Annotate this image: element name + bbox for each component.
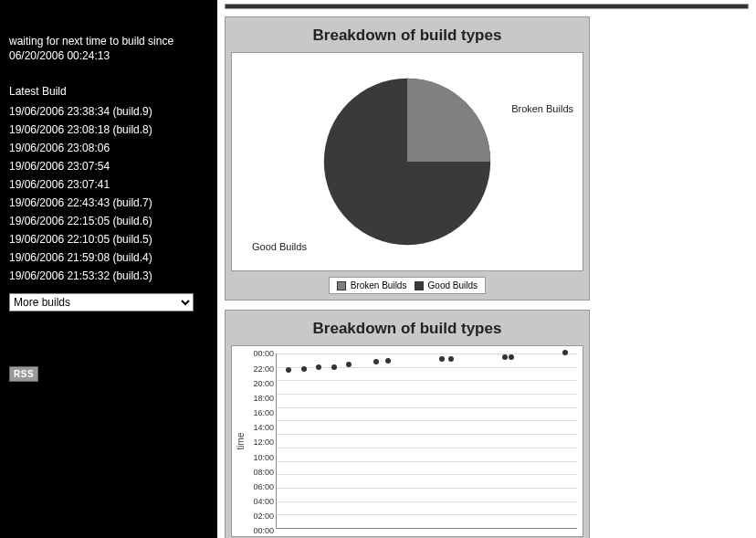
scatter-data-point	[502, 354, 508, 360]
scatter-y-tick: 02:00	[248, 512, 274, 521]
build-list-item[interactable]: 19/06/2006 23:07:54	[9, 160, 208, 173]
scatter-y-tick: 00:00	[248, 349, 274, 358]
build-list-item[interactable]: 19/06/2006 21:53:32 (build.3)	[9, 269, 208, 282]
pie-chart-title: Breakdown of build types	[231, 26, 583, 45]
pie-chart-container: Breakdown of build types Broken Builds G…	[225, 16, 590, 301]
scatter-data-point	[562, 350, 568, 355]
sidebar: waiting for next time to build since 06/…	[0, 0, 217, 538]
scatter-y-tick: 06:00	[248, 482, 274, 491]
scatter-y-axis-label: time	[236, 433, 246, 450]
pie-legend: Broken Builds Good Builds	[231, 277, 583, 294]
rss-badge[interactable]: RSS	[9, 366, 38, 382]
scatter-data-point	[373, 359, 379, 364]
build-list-item[interactable]: 19/06/2006 22:10:05 (build.5)	[9, 233, 208, 246]
top-divider-bar	[225, 4, 749, 9]
build-list-item[interactable]: 19/06/2006 22:15:05 (build.6)	[9, 215, 208, 227]
legend-swatch-good	[415, 281, 424, 290]
scatter-y-tick: 14:00	[248, 423, 274, 432]
latest-build-header: Latest Build	[9, 85, 208, 98]
scatter-data-point	[316, 364, 321, 370]
scatter-data-point	[331, 364, 337, 370]
build-list-item[interactable]: 19/06/2006 23:07:41	[9, 178, 208, 191]
more-builds-select[interactable]: More builds	[9, 293, 194, 311]
pie-chart-svg	[320, 75, 494, 248]
scatter-y-tick: 18:00	[248, 394, 274, 403]
status-line-1: waiting for next time to build since	[9, 35, 173, 47]
build-list-item[interactable]: 19/06/2006 23:38:34 (build.9)	[9, 105, 208, 118]
scatter-y-tick: 00:00	[248, 526, 274, 535]
legend-label-good: Good Builds	[428, 280, 478, 290]
scatter-data-point	[286, 367, 291, 373]
scatter-data-point	[439, 356, 445, 362]
status-message: waiting for next time to build since 06/…	[9, 35, 208, 63]
build-list: 19/06/2006 23:38:34 (build.9)19/06/2006 …	[9, 105, 208, 282]
main-content: Breakdown of build types Broken Builds G…	[217, 0, 756, 538]
legend-label-broken: Broken Builds	[351, 280, 407, 290]
pie-legend-inner: Broken Builds Good Builds	[329, 277, 486, 294]
pie-chart-body: Broken Builds Good Builds	[231, 52, 583, 271]
scatter-y-tick: 04:00	[248, 497, 274, 506]
legend-swatch-broken	[337, 281, 346, 290]
status-line-2: 06/20/2006 00:24:13	[9, 49, 110, 62]
build-list-item[interactable]: 19/06/2006 21:59:08 (build.4)	[9, 251, 208, 264]
scatter-y-tick: 12:00	[248, 438, 274, 447]
build-list-item[interactable]: 19/06/2006 23:08:06	[9, 142, 208, 154]
scatter-y-tick: 20:00	[248, 379, 274, 388]
scatter-y-tick: 08:00	[248, 468, 274, 477]
build-list-item[interactable]: 19/06/2006 22:43:43 (build.7)	[9, 196, 208, 209]
scatter-y-tick: 22:00	[248, 364, 274, 374]
scatter-data-point	[509, 354, 514, 360]
scatter-y-tick: 10:00	[248, 453, 274, 462]
scatter-data-point	[346, 362, 352, 367]
scatter-data-point	[301, 366, 307, 372]
pie-label-good: Good Builds	[252, 241, 307, 252]
build-list-item[interactable]: 19/06/2006 23:08:18 (build.8)	[9, 123, 208, 136]
pie-slice-broken	[407, 79, 490, 162]
scatter-plot-area	[276, 353, 577, 529]
scatter-chart-body: time 00:0022:0020:0018:0016:0014:0012:00…	[231, 345, 583, 537]
scatter-data-point	[385, 358, 391, 364]
scatter-chart-title: Breakdown of build types	[231, 320, 583, 338]
scatter-data-point	[448, 356, 454, 362]
scatter-chart-container: Breakdown of build types time 00:0022:00…	[225, 310, 590, 538]
pie-label-broken: Broken Builds	[511, 103, 573, 114]
scatter-y-tick: 16:00	[248, 408, 274, 417]
